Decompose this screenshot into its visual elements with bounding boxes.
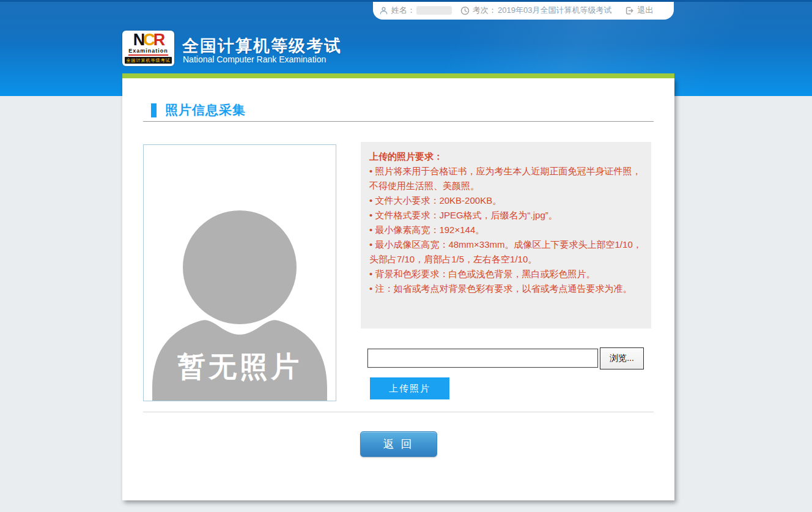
ncre-logo-examination: Examination (128, 48, 168, 56)
requirement-item: • 注：如省或考点对背景色彩有要求，以省或考点通告要求为准。 (369, 281, 644, 296)
user-name-redacted (416, 6, 452, 15)
photo-placeholder: 暂无照片 (143, 144, 336, 401)
file-path-input[interactable] (367, 349, 598, 368)
no-photo-text: 暂无照片 (177, 351, 302, 382)
requirement-item: • 文件格式要求：JPEG格式，后缀名为“.jpg”。 (369, 208, 644, 223)
user-info-bar: 姓名： 考次： 2019年03月全国计算机等级考试 退出 (373, 1, 674, 20)
person-silhouette-icon: 暂无照片 (144, 145, 336, 401)
logout-icon (625, 6, 634, 15)
site-title: 全国计算机等级考试 (182, 35, 342, 57)
browse-button[interactable]: 浏览... (600, 347, 644, 369)
content-card: 照片信息采集 暂无照片 上传的照片要求： • 照片将来用于合格证书，应为考生本人… (122, 78, 674, 500)
section-marker (151, 103, 157, 117)
user-icon (379, 6, 388, 15)
upload-requirements-panel: 上传的照片要求： • 照片将来用于合格证书，应为考生本人近期正面免冠半身证件照，… (361, 142, 651, 328)
logout-label: 退出 (637, 5, 653, 16)
section-header: 照片信息采集 (151, 102, 246, 119)
photo-collection-page: 姓名： 考次： 2019年03月全国计算机等级考试 退出 NCR Examina… (0, 0, 812, 512)
clock-icon (460, 6, 470, 15)
ncre-logo-letters: NCR (133, 32, 164, 48)
site-subtitle: National Computer Rank Examination (183, 54, 326, 64)
session-label: 考次： (473, 5, 496, 16)
title-divider (143, 121, 654, 122)
requirement-item: • 文件大小要求：20KB-200KB。 (369, 193, 644, 208)
requirement-item: • 照片将来用于合格证书，应为考生本人近期正面免冠半身证件照，不得使用生活照、美… (369, 164, 644, 193)
ncre-logo: NCR Examination 全国计算机等级考试 (122, 31, 174, 66)
ncre-logo-caption: 全国计算机等级考试 (125, 57, 172, 64)
session-value: 2019年03月全国计算机等级考试 (498, 5, 611, 16)
bottom-divider (143, 412, 654, 412)
requirement-item: • 背景和色彩要求：白色或浅色背景，黑白或彩色照片。 (369, 267, 644, 281)
back-button[interactable]: 返 回 (360, 431, 437, 457)
top-accent-line (0, 0, 812, 2)
green-accent-bar (122, 73, 674, 78)
back-button-row: 返 回 (122, 431, 674, 457)
name-label: 姓名： (391, 5, 415, 16)
page-title: 照片信息采集 (165, 102, 246, 119)
requirements-title: 上传的照片要求： (369, 149, 644, 164)
upload-photo-button[interactable]: 上传照片 (370, 377, 449, 399)
requirement-item: • 最小像素高宽：192×144。 (369, 223, 644, 237)
logout-button[interactable]: 退出 (625, 5, 653, 16)
requirement-item: • 最小成像区高宽：48mm×33mm。成像区上下要求头上部空1/10，头部占7… (369, 237, 644, 267)
